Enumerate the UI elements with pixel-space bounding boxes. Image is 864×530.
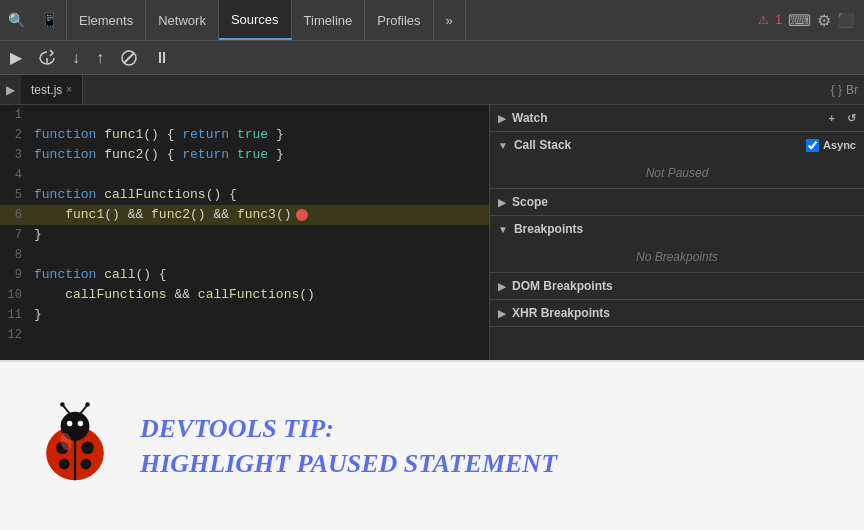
resume-button[interactable]: ▶	[4, 46, 28, 69]
watch-refresh-button[interactable]: ↺	[847, 112, 856, 125]
watch-header[interactable]: ▶ Watch + ↺	[490, 105, 864, 131]
code-line-3: 3 function func2() { return true }	[0, 145, 489, 165]
call-stack-arrow: ▼	[498, 140, 508, 151]
watch-section: ▶ Watch + ↺	[490, 105, 864, 132]
tab-more[interactable]: »	[434, 0, 466, 40]
svg-point-14	[60, 402, 65, 407]
badge-count: 1	[775, 13, 782, 27]
format-button[interactable]: { }	[831, 83, 842, 97]
svg-point-10	[67, 421, 72, 426]
breakpoints-section: ▼ Breakpoints No Breakpoints	[490, 216, 864, 273]
tip-title: DevTools Tip:	[140, 413, 557, 444]
xhr-breakpoints-label: XHR Breakpoints	[512, 306, 610, 320]
code-line-6: 6 func1() && func2() && func3()	[0, 205, 489, 225]
monitor-icon[interactable]: ⬛	[837, 12, 854, 28]
dom-breakpoints-section: ▶ DOM Breakpoints	[490, 273, 864, 300]
call-stack-header[interactable]: ▼ Call Stack Async	[490, 132, 864, 158]
scope-section: ▶ Scope	[490, 189, 864, 216]
call-stack-body: Not Paused	[490, 158, 864, 188]
toolbar-right: ⚠ 1 ⌨ ⚙ ⬛	[758, 11, 864, 30]
tip-text: DevTools Tip: Highlight Paused Statement	[140, 413, 557, 479]
ladybug-icon	[30, 401, 120, 491]
breakpoints-arrow: ▼	[498, 224, 508, 235]
code-line-10: 10 callFunctions && callFunctions()	[0, 285, 489, 305]
error-indicator	[296, 209, 308, 221]
code-line-12: 12	[0, 325, 489, 345]
gear-icon[interactable]: ⚙	[817, 11, 831, 30]
tab-profiles[interactable]: Profiles	[365, 0, 433, 40]
run-button[interactable]: ▶	[0, 83, 21, 97]
step-into-button[interactable]: ↓	[66, 47, 86, 69]
mobile-icon[interactable]: 📱	[33, 12, 66, 28]
search-icon[interactable]: 🔍	[0, 12, 33, 28]
breakpoints-label: Breakpoints	[514, 222, 583, 236]
code-line-7: 7 }	[0, 225, 489, 245]
code-line-4: 4	[0, 165, 489, 185]
call-stack-section: ▼ Call Stack Async Not Paused	[490, 132, 864, 189]
tip-subtitle: Highlight Paused Statement	[140, 448, 557, 479]
file-tab-close-button[interactable]: ×	[66, 84, 72, 95]
code-line-2: 2 function func1() { return true }	[0, 125, 489, 145]
dom-breakpoints-header[interactable]: ▶ DOM Breakpoints	[490, 273, 864, 299]
tab-timeline[interactable]: Timeline	[292, 0, 366, 40]
svg-point-15	[85, 402, 90, 407]
watch-add-button[interactable]: +	[829, 112, 835, 124]
file-tab-actions: { } Br	[831, 83, 864, 97]
right-panel: ▶ Watch + ↺ ▼ Call Stack Async Not Pause…	[490, 105, 864, 360]
step-over-button[interactable]	[32, 47, 62, 69]
pause-on-exceptions-button[interactable]: ⏸	[148, 47, 176, 69]
async-option[interactable]: Async	[806, 139, 856, 152]
svg-point-7	[81, 442, 94, 455]
code-line-8: 8	[0, 245, 489, 265]
svg-point-11	[78, 421, 83, 426]
xhr-breakpoints-section: ▶ XHR Breakpoints	[490, 300, 864, 327]
debug-toolbar: ▶ ↓ ↑ ⏸	[0, 41, 864, 75]
watch-arrow: ▶	[498, 113, 506, 124]
main-area: 1 2 function func1() { return true } 3 f…	[0, 105, 864, 360]
breakpoints-header[interactable]: ▼ Breakpoints	[490, 216, 864, 242]
dom-breakpoints-label: DOM Breakpoints	[512, 279, 613, 293]
editor-options[interactable]: Br	[846, 83, 858, 97]
code-line-9: 9 function call() {	[0, 265, 489, 285]
tab-elements[interactable]: Elements	[66, 0, 146, 40]
scope-header[interactable]: ▶ Scope	[490, 189, 864, 215]
tab-network[interactable]: Network	[146, 0, 219, 40]
scope-arrow: ▶	[498, 197, 506, 208]
step-out-button[interactable]: ↑	[90, 47, 110, 69]
dom-breakpoints-arrow: ▶	[498, 281, 506, 292]
breakpoints-body: No Breakpoints	[490, 242, 864, 272]
xhr-breakpoints-arrow: ▶	[498, 308, 506, 319]
tab-sources[interactable]: Sources	[219, 0, 292, 40]
svg-point-9	[80, 459, 91, 470]
svg-point-8	[59, 459, 70, 470]
devtools-toolbar: 🔍 📱 Elements Network Sources Timeline Pr…	[0, 0, 864, 41]
code-line-11: 11 }	[0, 305, 489, 325]
async-label: Async	[823, 139, 856, 151]
svg-line-1	[124, 53, 134, 63]
file-tabs: ▶ test.js × { } Br	[0, 75, 864, 105]
file-tab-name: test.js	[31, 83, 62, 97]
xhr-breakpoints-header[interactable]: ▶ XHR Breakpoints	[490, 300, 864, 326]
tip-section: DevTools Tip: Highlight Paused Statement	[0, 360, 864, 530]
async-checkbox[interactable]	[806, 139, 819, 152]
code-line-5: 5 function callFunctions() {	[0, 185, 489, 205]
call-stack-label: Call Stack	[514, 138, 571, 152]
code-line-1: 1	[0, 105, 489, 125]
deactivate-button[interactable]	[114, 47, 144, 69]
terminal-icon[interactable]: ⌨	[788, 11, 811, 30]
code-editor[interactable]: 1 2 function func1() { return true } 3 f…	[0, 105, 490, 360]
file-tab-testjs[interactable]: test.js ×	[21, 75, 83, 104]
scope-label: Scope	[512, 195, 548, 209]
watch-label: Watch	[512, 111, 548, 125]
error-badge: ⚠	[758, 13, 769, 27]
